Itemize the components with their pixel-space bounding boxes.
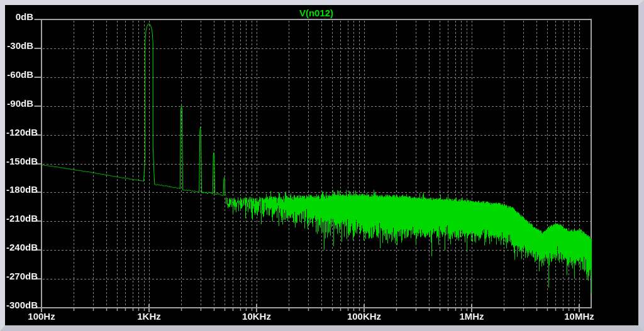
x-axis-label: 100Hz: [13, 311, 70, 321]
y-axis-label: -300dB: [6, 300, 33, 310]
y-axis-label: -270dB: [6, 271, 33, 281]
x-axis-label: 10MHz: [551, 311, 608, 321]
trace-title: V(n012): [0, 8, 633, 18]
y-axis-label: -120dB: [6, 127, 33, 137]
x-axis-label: 100KHz: [336, 311, 392, 321]
x-axis-label: 1KHz: [121, 311, 177, 321]
y-axis-label: -90dB: [6, 98, 33, 108]
y-axis-label: -60dB: [6, 69, 33, 79]
spectrum-plot-canvas: [0, 0, 644, 331]
y-axis-label: 0dB: [6, 11, 33, 21]
x-axis-label: 10KHz: [228, 311, 285, 321]
y-axis-label: -210dB: [6, 213, 33, 223]
x-axis-label: 1MHz: [443, 311, 500, 321]
y-axis-label: -180dB: [6, 184, 33, 194]
y-axis-label: -240dB: [6, 242, 33, 252]
y-axis-label: -150dB: [6, 156, 33, 166]
y-axis-label: -30dB: [6, 40, 33, 50]
